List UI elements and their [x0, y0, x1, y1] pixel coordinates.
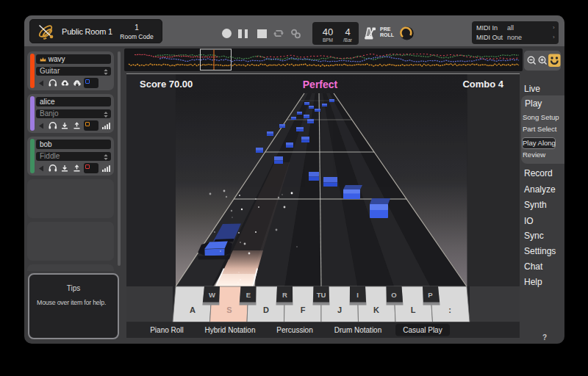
svg-text:K: K: [373, 306, 379, 314]
svg-text:F: F: [301, 306, 306, 314]
svg-text:J: J: [337, 306, 342, 314]
svg-text::: :: [448, 306, 451, 314]
svg-text:Percussion: Percussion: [276, 326, 312, 334]
svg-text:I: I: [356, 291, 359, 299]
svg-text:R: R: [282, 291, 287, 299]
svg-text:TU: TU: [317, 291, 326, 299]
svg-text:O: O: [391, 291, 396, 299]
svg-text:Piano Roll: Piano Roll: [150, 326, 184, 334]
svg-text:A: A: [190, 306, 196, 314]
svg-text:P: P: [428, 291, 433, 299]
svg-text:L: L: [411, 306, 416, 314]
svg-text:Casual Play: Casual Play: [403, 326, 442, 334]
svg-text:D: D: [263, 306, 269, 314]
svg-text:W: W: [209, 291, 215, 299]
svg-text:E: E: [246, 291, 251, 299]
svg-text:S: S: [226, 306, 232, 314]
svg-text:Drum Notation: Drum Notation: [334, 326, 381, 334]
svg-text:Hybrid Notation: Hybrid Notation: [205, 326, 256, 334]
